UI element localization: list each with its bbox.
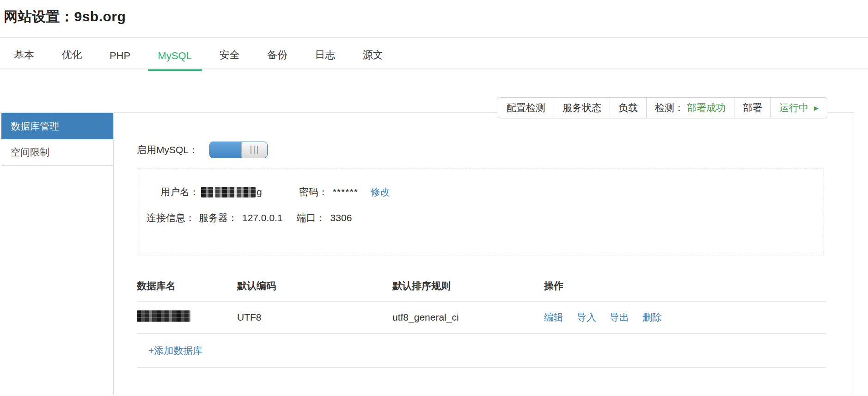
mysql-toggle[interactable] [209, 142, 268, 158]
server-label: 服务器： [199, 211, 238, 224]
server-value: 127.0.0.1 [242, 212, 283, 223]
detect-status-value: 部署成功 [687, 101, 726, 114]
tab-backup[interactable]: 备份 [257, 38, 298, 70]
sidebar-item-database-management[interactable]: 数据库管理 [1, 113, 113, 139]
db-name-cell [137, 310, 237, 324]
collation-cell: utf8_general_ci [392, 312, 544, 323]
redacted-username [201, 187, 256, 198]
tab-mysql[interactable]: MySQL [148, 40, 202, 71]
connection-info-line: 连接信息： 服务器： 127.0.0.1 端口： 3306 [147, 211, 824, 224]
tab-source[interactable]: 源文 [353, 38, 393, 70]
load-button[interactable]: 负载 [610, 98, 647, 118]
status-toolbar: 配置检测 服务状态 负载 检测： 部署成功 部署 运行中 ▶ [498, 97, 827, 118]
username-suffix: g [257, 186, 262, 198]
header-db-name: 数据库名 [137, 279, 237, 292]
edit-link[interactable]: 编辑 [544, 311, 563, 324]
modify-password-link[interactable]: 修改 [371, 186, 390, 198]
deploy-button[interactable]: 部署 [734, 98, 771, 118]
database-table: 数据库名 默认编码 默认排序规则 操作 UTF8 utf8_general_ci… [137, 271, 826, 368]
account-info-line: 用户名： g 密码： ****** 修改 [147, 186, 824, 198]
tab-bar: 基本 优化 PHP MySQL 安全 备份 日志 源文 [0, 38, 868, 69]
delete-link[interactable]: 删除 [642, 311, 662, 324]
sidebar-item-space-limit[interactable]: 空间限制 [1, 139, 113, 166]
encoding-cell: UTF8 [237, 312, 392, 323]
enable-mysql-row: 启用MySQL： [137, 142, 854, 158]
table-row: UTF8 utf8_general_ci 编辑 导入 导出 删除 [137, 302, 826, 334]
detect-status-button[interactable]: 检测： 部署成功 [647, 98, 734, 118]
running-label: 运行中 [779, 101, 808, 114]
add-database-link[interactable]: +添加数据库 [148, 344, 202, 357]
port-label: 端口： [297, 211, 326, 224]
config-check-button[interactable]: 配置检测 [498, 98, 554, 118]
redacted-db-name [137, 310, 190, 322]
page-title: 网站设置：9sb.org [4, 7, 868, 26]
tab-security[interactable]: 安全 [209, 38, 250, 70]
content-panel: 配置检测 服务状态 负载 检测： 部署成功 部署 运行中 ▶ 数据库管理 空间限… [0, 112, 854, 395]
sidebar: 数据库管理 空间限制 [1, 113, 114, 395]
header-actions: 操作 [544, 279, 826, 292]
service-status-button[interactable]: 服务状态 [554, 98, 610, 118]
tab-basic[interactable]: 基本 [4, 38, 44, 70]
connection-label: 连接信息： [147, 211, 195, 224]
username-label: 用户名： [160, 186, 199, 198]
actions-cell: 编辑 导入 导出 删除 [544, 311, 826, 324]
detect-label: 检测： [655, 101, 684, 114]
content-layout: 数据库管理 空间限制 启用MySQL： 用户名： g [0, 113, 854, 395]
import-link[interactable]: 导入 [577, 311, 596, 324]
sidebar-item-label: 数据库管理 [11, 120, 59, 133]
header-collation: 默认排序规则 [392, 279, 544, 292]
running-status-button[interactable]: 运行中 ▶ [771, 98, 827, 118]
header-encoding: 默认编码 [237, 279, 392, 292]
table-header-row: 数据库名 默认编码 默认排序规则 操作 [137, 271, 826, 302]
sidebar-item-label: 空间限制 [11, 146, 49, 159]
password-label: 密码： [299, 186, 328, 198]
play-icon: ▶ [814, 105, 819, 111]
export-link[interactable]: 导出 [610, 311, 629, 324]
tab-php[interactable]: PHP [99, 40, 141, 70]
password-mask: ****** [333, 186, 358, 198]
add-database-row: +添加数据库 [137, 334, 826, 368]
port-value: 3306 [330, 212, 352, 223]
enable-mysql-label: 启用MySQL： [137, 143, 198, 156]
grip-icon [251, 146, 258, 154]
tab-optimize[interactable]: 优化 [51, 38, 92, 70]
toggle-handle [241, 142, 267, 158]
mysql-panel: 启用MySQL： 用户名： g 密码： ****** 修改 连接信息 [114, 113, 854, 395]
page-header: 网站设置：9sb.org [0, 0, 868, 38]
connection-info-box: 用户名： g 密码： ****** 修改 连接信息： 服务器： 127.0.0.… [137, 168, 824, 255]
tab-log[interactable]: 日志 [305, 38, 345, 70]
